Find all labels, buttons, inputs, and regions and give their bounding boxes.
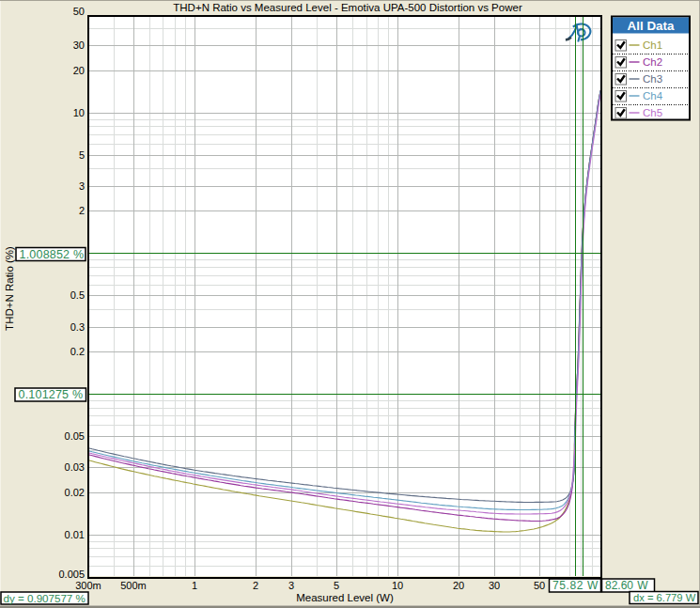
svg-text:0.02: 0.02 [65,487,85,498]
svg-text:10: 10 [392,580,403,591]
svg-text:50: 50 [73,6,85,17]
svg-text:0.101275 %: 0.101275 % [19,388,84,401]
svg-text:10: 10 [73,107,85,118]
svg-text:dy = 0.907577 %: dy = 0.907577 % [4,592,86,604]
svg-text:0.2: 0.2 [70,346,85,357]
svg-text:20: 20 [73,65,85,76]
svg-text:0.05: 0.05 [65,430,85,442]
svg-text:0.03: 0.03 [65,461,85,473]
svg-text:0.01: 0.01 [65,529,85,540]
svg-text:Ch3: Ch3 [643,73,662,85]
svg-text:5: 5 [79,149,85,161]
svg-text:0.5: 0.5 [70,289,85,301]
svg-text:0.3: 0.3 [70,321,85,333]
svg-text:30: 30 [73,39,85,51]
svg-text:1.008852 %: 1.008852 % [20,248,85,261]
svg-text:75.82 W: 75.82 W [552,579,599,592]
svg-text:Measured Level (W): Measured Level (W) [296,592,394,603]
svg-text:20: 20 [453,580,464,591]
svg-text:THD+N Ratio (%): THD+N Ratio (%) [4,246,15,331]
svg-text:50: 50 [534,580,545,591]
svg-text:1: 1 [192,580,197,591]
svg-text:0.005: 0.005 [58,569,85,580]
svg-text:300m: 300m [75,580,101,591]
svg-text:Ch5: Ch5 [643,107,662,118]
svg-text:dx = 6.779 W: dx = 6.779 W [633,592,696,603]
svg-text:Ch2: Ch2 [643,56,662,68]
svg-text:2: 2 [79,205,85,216]
svg-text:THD+N Ratio vs Measured Level: THD+N Ratio vs Measured Level - Emotiva … [173,2,522,13]
svg-text:3: 3 [288,580,294,591]
svg-text:2: 2 [253,580,258,591]
svg-text:3: 3 [79,180,85,192]
svg-text:5: 5 [334,580,339,591]
svg-text:82.60 W: 82.60 W [605,579,648,592]
svg-text:Ch4: Ch4 [643,90,663,101]
svg-text:Ch1: Ch1 [643,39,662,51]
svg-text:500m: 500m [120,580,147,591]
svg-text:30: 30 [489,580,500,591]
svg-text:All Data: All Data [628,19,675,33]
